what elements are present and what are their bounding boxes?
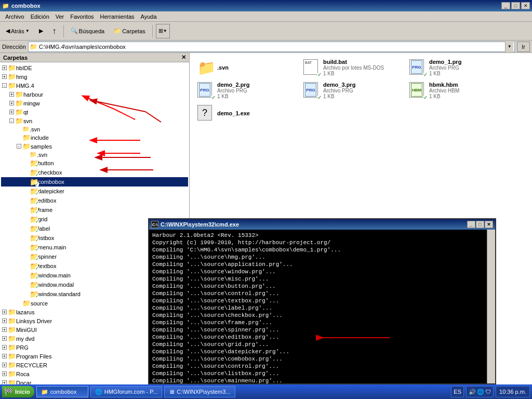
expander-svn[interactable]: - [9,118,14,123]
file-name-hbmk-hbm: hbmk.hbm [429,82,506,88]
menu-ver[interactable]: Ver [52,12,68,21]
file-name-demo_3-prg: demo_3.prg [323,82,400,88]
address-input[interactable] [39,44,505,50]
tree-item-include[interactable]: 📁include [1,133,188,142]
file-icon-demo_3-prg: PRG✓ [303,82,320,99]
folder-icon-mingw: 📁 [15,99,23,107]
start-button[interactable]: 🏁 Inicio [2,386,34,397]
tree-item-button[interactable]: 📁✓button [1,158,188,168]
file-item-demo_2-prg[interactable]: PRG✓demo_2.prgArchivo PRG1 KB [194,80,298,101]
expander-hmg[interactable]: + [2,74,7,79]
expander-Docar[interactable]: + [2,380,7,384]
expander-my dvd[interactable]: + [2,336,7,341]
cmd-scrollbar[interactable] [487,230,495,383]
folder-icon-RECYCLER: 📁 [8,361,16,369]
folder-icon-label: 📁✓ [30,224,38,233]
tree-item-hmg[interactable]: +📁hmg [1,72,188,81]
tree-label-Roca: Roca [16,371,30,377]
address-folder-icon: 📁 [30,43,37,50]
tree-item-mingw[interactable]: +📁mingw [1,99,188,108]
taskbar-right: ES 🔊 🌐 🛡 10:36 p.m. [451,386,530,397]
file-name-demo_2-prg: demo_2.prg [217,82,294,88]
address-dropdown-icon[interactable]: ▼ [505,42,513,52]
back-button[interactable]: ◀ Atrás ▼ [2,24,33,38]
tree-item-combobox[interactable]: 📁✓combobox [1,177,188,187]
expander-samples[interactable]: - [17,144,21,149]
taskbar-cmd[interactable]: 🖥 C:\WINXP\system3... [164,386,235,397]
go-button[interactable]: Ir [517,42,530,52]
tree-item-checkbox[interactable]: 📁✓checkbox [1,168,188,177]
menu-ayuda[interactable]: Ayuda [138,12,160,21]
file-item-demo_1-exe[interactable]: ?demo_1.exe [194,103,298,124]
cmd-window: C:\ C:\WINXP\system32\cmd.exe _ □ ✕ Harb… [148,218,496,384]
tree-label-samples: samples [31,143,52,150]
tree-item-editbox[interactable]: 📁✓editbox [1,196,188,205]
folder-icon-button: 📁✓ [30,159,38,167]
file-item-demo_3-prg[interactable]: PRG✓demo_3.prgArchivo PRG1 KB [300,80,404,101]
folder-icon-editbox: 📁✓ [30,196,38,205]
folder-icon-Docar: 📁 [8,379,16,384]
folder-icon-PRG: 📁 [8,343,16,351]
file-desc-build-bat: Archivo por lotes MS-DOS [323,65,400,71]
expander-HMG.4[interactable]: - [2,83,7,88]
file-item--svn[interactable]: 📁.svn [194,57,298,78]
view-button[interactable]: ⊞ ▼ [156,24,170,38]
cmd-icon: C:\ [151,221,158,228]
cmd-minimize[interactable]: _ [467,221,475,228]
expander-harbour[interactable]: + [9,92,14,97]
minimize-button[interactable]: _ [501,2,510,9]
cmd-close[interactable]: ✕ [485,221,493,228]
menu-herramientas[interactable]: Herramientas [97,12,138,21]
taskbar-combobox[interactable]: 📁 combobox [36,386,88,397]
cmd-line: Compiling '...\source\spinner.prg'... [152,326,492,334]
tree-item-harbour[interactable]: +📁harbour [1,90,188,99]
tree-item-samples[interactable]: -📁samples [1,142,188,151]
expander-Roca[interactable]: + [2,371,7,376]
expander-Program Files[interactable]: + [2,354,7,358]
tree-item-.svn[interactable]: 📁.svn [1,125,188,133]
taskbar-hmgforum[interactable]: 🌐 HMGforum.com - P... [90,386,162,397]
tree-label-RECYCLER: RECYCLER [16,362,47,368]
expander-PRG[interactable]: + [2,345,7,350]
expander-lazarus[interactable]: + [2,310,7,314]
menu-archivo[interactable]: Archivo [2,12,28,21]
up-button[interactable]: ↑ [49,24,60,38]
file-item-demo_1-prg[interactable]: PRG✓demo_1.prgArchivo PRG1 KB [406,57,510,78]
menu-edicion[interactable]: Edición [28,12,52,21]
menu-favoritos[interactable]: Favoritos [67,12,97,21]
expander-RECYCLER[interactable]: + [2,363,7,367]
file-item-hbmk-hbm[interactable]: HBM✓hbmk.hbmArchivo HBM1 KB [406,80,510,101]
cmd-maximize[interactable]: □ [476,221,484,228]
tree-label-Linksys Driver: Linksys Driver [16,318,52,324]
tree-label-hmg: hmg [16,74,27,80]
maximize-button[interactable]: □ [511,2,520,9]
tree-label-grid: grid [38,216,47,222]
folder-panel-close[interactable]: ✕ [181,54,186,61]
expander-MiniGUI[interactable]: + [2,327,7,332]
close-button[interactable]: ✕ [521,2,530,9]
file-item-build-bat[interactable]: BAT✓build.batArchivo por lotes MS-DOS1 K… [300,57,404,78]
tray-icon-2: 🌐 [477,389,484,395]
tree-label-my dvd: my dvd [16,336,34,342]
cmd-line: Compiling '...\source\misc.prg'... [152,275,492,283]
tree-item-svn[interactable]: -📁svn [1,116,188,125]
tree-item-HMG.4[interactable]: -📁HMG.4 [1,81,188,90]
expander-Linksys Driver[interactable]: + [2,318,7,323]
search-button[interactable]: 🔍 Búsqueda [67,24,109,38]
tree-item-hbIDE[interactable]: +📁hbIDE [1,63,188,72]
tree-item-.svn2[interactable]: 📁.svn [1,151,188,158]
tree-label-label: label [38,225,50,232]
expander-mingw[interactable]: + [9,101,14,105]
tree-item-qt[interactable]: +📁qt [1,108,188,116]
toolbar: ◀ Atrás ▼ ▶ ↑ 🔍 Búsqueda 📁 Carpetas ⊞ ▼ [0,22,532,41]
expander-qt[interactable]: + [9,110,14,114]
tree-label-hbIDE: hbIDE [16,65,32,71]
tree-item-frame[interactable]: 📁✓frame [1,205,188,215]
address-label: Dirección [2,44,26,50]
expander-hbIDE[interactable]: + [2,65,7,70]
tree-label-editbox: editbox [38,197,56,204]
folders-button[interactable]: 📁 Carpetas [110,24,149,38]
forward-button[interactable]: ▶ [35,24,47,38]
tree-item-datepicker[interactable]: 📁✓datepicker [1,187,188,196]
file-icon-demo_2-prg: PRG✓ [197,82,214,99]
